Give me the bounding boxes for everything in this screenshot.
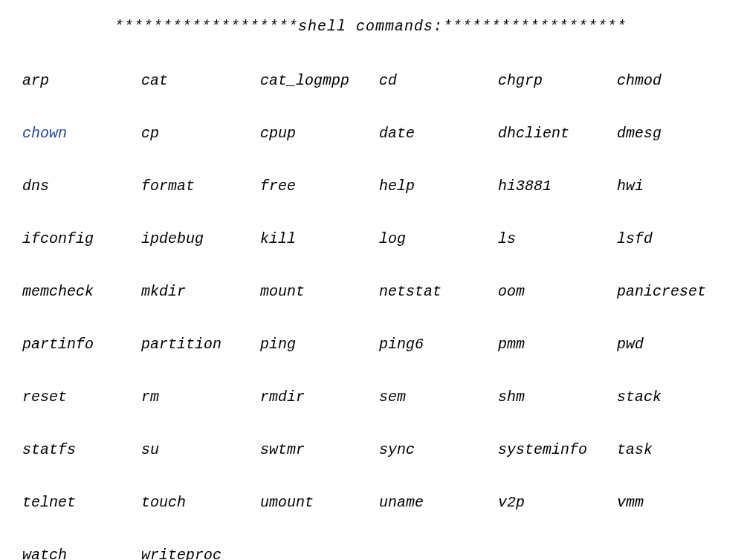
- command-cell: writeproc: [141, 547, 260, 560]
- command-row: watch writeproc: [22, 547, 726, 560]
- command-cell: dmesg: [617, 125, 736, 142]
- command-row: chown cp cpup date dhclient dmesg: [22, 125, 726, 142]
- command-cell: oom: [498, 283, 617, 300]
- command-cell: pmm: [498, 336, 617, 353]
- command-row: reset rm rmdir sem shm stack: [22, 388, 726, 406]
- shell-commands-header: *******************shell commands:******…: [0, 18, 741, 35]
- command-cell: lsfd: [617, 230, 736, 247]
- commands-grid: arp cat cat_logmpp cd chgrp chmod chown …: [0, 72, 741, 560]
- command-cell: task: [617, 441, 736, 458]
- header-suffix: *******************: [443, 18, 627, 35]
- command-cell: ping6: [379, 336, 498, 353]
- command-cell: ipdebug: [141, 230, 260, 247]
- command-cell: reset: [22, 388, 141, 406]
- command-cell: swtmr: [260, 441, 379, 458]
- command-cell: hi3881: [498, 178, 617, 195]
- command-cell: cat_logmpp: [260, 72, 379, 89]
- command-cell: format: [141, 178, 260, 195]
- command-cell: su: [141, 441, 260, 458]
- command-row: partinfo partition ping ping6 pmm pwd: [22, 336, 726, 353]
- command-cell: dhclient: [498, 125, 617, 142]
- command-cell: partinfo: [22, 336, 141, 353]
- command-cell: ping: [260, 336, 379, 353]
- command-cell: systeminfo: [498, 441, 617, 458]
- command-cell: mount: [260, 283, 379, 300]
- command-cell: sync: [379, 441, 498, 458]
- command-cell: uname: [379, 494, 498, 511]
- command-row: telnet touch umount uname v2p vmm: [22, 494, 726, 511]
- command-cell: chmod: [617, 72, 736, 89]
- header-title: shell commands:: [298, 18, 443, 35]
- command-row: dns format free help hi3881 hwi: [22, 178, 726, 195]
- command-cell: touch: [141, 494, 260, 511]
- command-row: ifconfig ipdebug kill log ls lsfd: [22, 230, 726, 247]
- command-cell: rm: [141, 388, 260, 406]
- command-cell: statfs: [22, 441, 141, 458]
- command-cell: hwi: [617, 178, 736, 195]
- header-prefix: *******************: [114, 18, 298, 35]
- command-cell: help: [379, 178, 498, 195]
- command-cell: stack: [617, 388, 736, 406]
- command-cell: shm: [498, 388, 617, 406]
- command-row: arp cat cat_logmpp cd chgrp chmod: [22, 72, 726, 89]
- command-cell: telnet: [22, 494, 141, 511]
- command-cell: dns: [22, 178, 141, 195]
- command-cell: free: [260, 178, 379, 195]
- command-cell: ls: [498, 230, 617, 247]
- command-cell: chgrp: [498, 72, 617, 89]
- command-cell: netstat: [379, 283, 498, 300]
- command-cell: mkdir: [141, 283, 260, 300]
- command-row: statfs su swtmr sync systeminfo task: [22, 441, 726, 458]
- command-cell: watch: [22, 547, 141, 560]
- command-cell: partition: [141, 336, 260, 353]
- command-cell: vmm: [617, 494, 736, 511]
- command-cell: arp: [22, 72, 141, 89]
- command-cell: v2p: [498, 494, 617, 511]
- command-cell: rmdir: [260, 388, 379, 406]
- command-cell: cpup: [260, 125, 379, 142]
- command-cell: umount: [260, 494, 379, 511]
- command-cell: memcheck: [22, 283, 141, 300]
- command-cell: cp: [141, 125, 260, 142]
- command-cell: kill: [260, 230, 379, 247]
- command-cell: log: [379, 230, 498, 247]
- command-cell: date: [379, 125, 498, 142]
- command-cell: sem: [379, 388, 498, 406]
- command-row: memcheck mkdir mount netstat oom panicre…: [22, 283, 726, 300]
- command-cell-highlighted: chown: [22, 125, 141, 142]
- command-cell: pwd: [617, 336, 736, 353]
- command-cell: cd: [379, 72, 498, 89]
- command-cell: ifconfig: [22, 230, 141, 247]
- command-cell: cat: [141, 72, 260, 89]
- command-cell: panicreset: [617, 283, 736, 300]
